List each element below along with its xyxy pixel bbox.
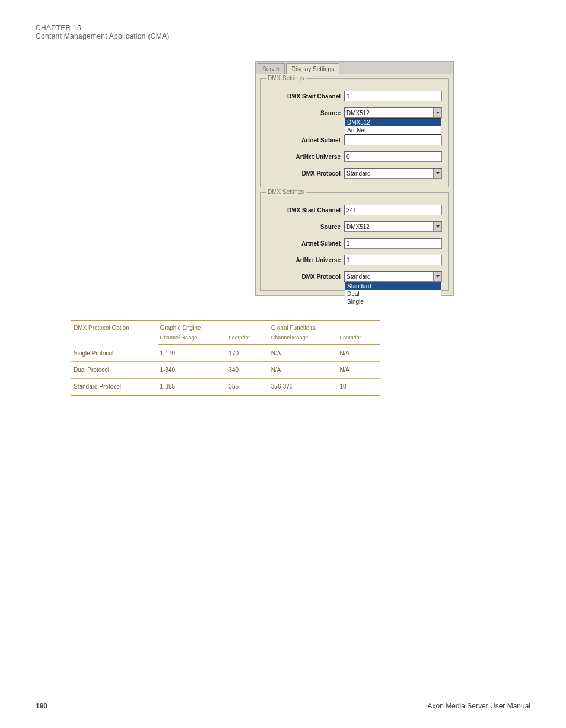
dmx-start-channel-input[interactable]: 341 xyxy=(344,205,442,215)
dmx-protocol-label: DMX Protocol xyxy=(267,170,344,177)
dmx-protocol-label: DMX Protocol xyxy=(267,274,344,280)
dmx-start-channel-label: DMX Start Channel xyxy=(267,93,344,100)
dmx-protocol-value: Standard xyxy=(346,170,371,177)
artnet-universe-label: ArtNet Universe xyxy=(267,257,344,263)
cell-a: 1-340 xyxy=(158,362,227,379)
chevron-down-icon xyxy=(436,112,440,114)
table-row: Dual Protocol 1-340 340 N/A N/A xyxy=(71,362,380,379)
cell-protocol: Single Protocol xyxy=(71,345,158,362)
dmx-settings-group-1: DMX Settings DMX Start Channel 1 Source … xyxy=(260,78,449,187)
col-channel-range-a: Channel Range xyxy=(158,335,227,345)
group-legend: DMX Settings xyxy=(266,75,306,81)
col-footprint-a: Footprint xyxy=(226,335,268,345)
cell-d: N/A xyxy=(338,345,380,362)
table-row: Standard Protocol 1-355 355 356-373 18 xyxy=(71,379,380,395)
dropdown-option[interactable]: Single xyxy=(345,298,441,306)
artnet-subnet-input[interactable] xyxy=(344,135,442,145)
dmx-protocol-dropdown-list: Standard Dual Single xyxy=(345,282,441,306)
source-label: Source xyxy=(267,224,344,230)
dmx-protocol-value: Standard xyxy=(346,274,371,280)
cell-d: N/A xyxy=(338,362,380,379)
dmx-start-channel-input[interactable]: 1 xyxy=(344,91,442,101)
dropdown-option[interactable]: Dual xyxy=(345,290,441,298)
tab-display-settings[interactable]: Display Settings xyxy=(286,63,339,74)
source-value: DMX512 xyxy=(346,224,370,230)
source-combo[interactable]: DMX512 xyxy=(344,221,442,232)
dmx-protocol-combo[interactable]: Standard xyxy=(344,168,442,179)
tab-server[interactable]: Server xyxy=(257,63,285,74)
col-global-functions: Global Functions xyxy=(269,321,380,335)
artnet-universe-input[interactable]: 1 xyxy=(344,255,442,265)
dmx-settings-group-2: DMX Settings DMX Start Channel 341 Sourc… xyxy=(260,192,449,291)
dropdown-option[interactable]: Standard xyxy=(345,282,441,290)
cell-protocol: Dual Protocol xyxy=(71,362,158,379)
col-channel-range-b: Channel Range xyxy=(269,335,338,345)
source-value: DMX512 xyxy=(346,110,370,116)
cell-a: 1-170 xyxy=(158,345,227,362)
chapter-label: CHAPTER 15 xyxy=(36,24,530,32)
source-combo[interactable]: DMX512 DMX512 Art-Net xyxy=(344,107,442,118)
page-title: Content Management Application (CMA) xyxy=(36,32,530,44)
source-dropdown-list: DMX512 Art-Net xyxy=(345,118,441,135)
dmx-protocol-combo[interactable]: Standard Standard Dual Single xyxy=(344,271,442,282)
cell-c: N/A xyxy=(269,345,338,362)
artnet-subnet-label: Artnet Subnet xyxy=(267,240,344,247)
page-number: 190 xyxy=(36,702,47,710)
source-label: Source xyxy=(267,110,344,116)
settings-dialog: Server Display Settings DMX Settings DMX… xyxy=(255,61,454,296)
artnet-universe-label: ArtNet Universe xyxy=(267,154,344,160)
dropdown-button[interactable] xyxy=(433,272,441,281)
dmx-protocol-table: DMX Protocol Option Graphic Engine Globa… xyxy=(71,320,380,396)
chevron-down-icon xyxy=(436,172,440,174)
cell-b: 170 xyxy=(226,345,268,362)
artnet-subnet-input[interactable]: 1 xyxy=(344,238,442,249)
cell-d: 18 xyxy=(338,379,380,395)
col-protocol: DMX Protocol Option xyxy=(71,321,158,345)
artnet-universe-input[interactable]: 0 xyxy=(344,151,442,162)
cell-c: 356-373 xyxy=(269,379,338,395)
manual-title: Axon Media Server User Manual xyxy=(428,702,530,710)
dropdown-button[interactable] xyxy=(433,169,441,178)
dmx-start-channel-label: DMX Start Channel xyxy=(267,207,344,214)
page-footer: 190 Axon Media Server User Manual xyxy=(36,698,530,710)
cell-protocol: Standard Protocol xyxy=(71,379,158,395)
dropdown-option[interactable]: DMX512 xyxy=(345,119,441,126)
cell-c: N/A xyxy=(269,362,338,379)
chevron-down-icon xyxy=(436,225,440,228)
col-footprint-b: Footprint xyxy=(338,335,380,345)
col-graphic-engine: Graphic Engine xyxy=(158,321,269,335)
dropdown-button[interactable] xyxy=(433,222,441,231)
chevron-down-icon xyxy=(436,275,440,278)
artnet-subnet-label: Artnet Subnet xyxy=(267,137,344,144)
cell-a: 1-355 xyxy=(158,379,227,395)
group-legend: DMX Settings xyxy=(266,189,306,195)
dropdown-option[interactable]: Art-Net xyxy=(345,126,441,134)
table-row: Single Protocol 1-170 170 N/A N/A xyxy=(71,345,380,362)
cell-b: 340 xyxy=(226,362,268,379)
dropdown-button[interactable] xyxy=(433,108,441,117)
tab-strip: Server Display Settings xyxy=(256,62,453,74)
cell-b: 355 xyxy=(226,379,268,395)
